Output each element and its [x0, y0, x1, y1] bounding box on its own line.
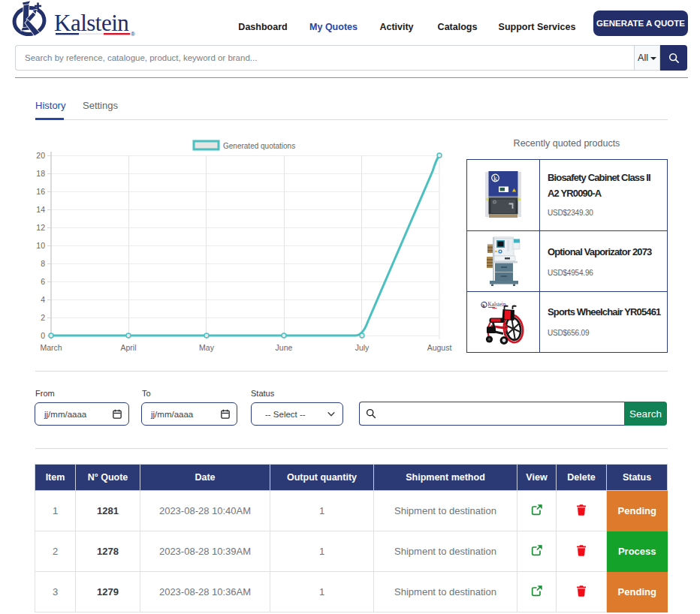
svg-text:April: April [120, 343, 136, 352]
svg-text:k: k [482, 302, 485, 308]
svg-text:10: 10 [36, 241, 45, 250]
svg-text:July: July [355, 343, 370, 352]
svg-text:8: 8 [41, 259, 45, 268]
svg-text:k: k [493, 174, 497, 182]
svg-text:18: 18 [36, 169, 45, 178]
svg-text:20: 20 [36, 151, 45, 160]
svg-text:March: March [40, 343, 62, 352]
svg-text:2: 2 [41, 313, 45, 322]
svg-text:May: May [199, 343, 215, 352]
svg-text:Generated quotations: Generated quotations [223, 142, 295, 150]
svg-text:14: 14 [36, 205, 45, 214]
svg-text:®: ® [131, 31, 135, 38]
svg-text:Kalstein: Kalstein [488, 302, 506, 308]
svg-text:12: 12 [36, 223, 45, 232]
svg-text:June: June [276, 343, 293, 352]
svg-text:August: August [427, 343, 452, 352]
svg-text:0: 0 [41, 331, 45, 340]
svg-text:16: 16 [36, 187, 45, 196]
svg-text:6: 6 [41, 277, 45, 286]
svg-text:Kalstein: Kalstein [54, 10, 129, 36]
svg-text:4: 4 [41, 295, 45, 304]
